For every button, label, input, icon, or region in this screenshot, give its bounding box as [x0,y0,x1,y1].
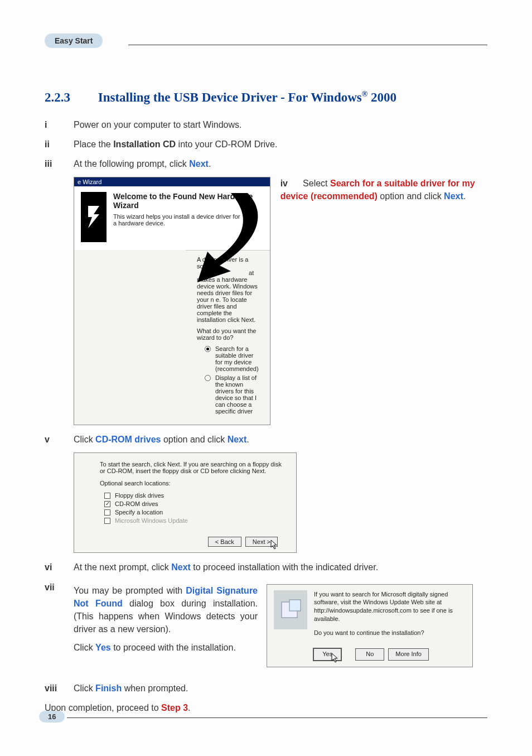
checkbox-icon [104,493,110,499]
window-titlebar: e Wizard [74,177,270,186]
section-number: 2.2.3 [45,90,95,105]
step-iv: iv Select Search for a suitable driver f… [280,177,487,425]
step-key: v [45,433,74,446]
back-button[interactable]: < Back [208,537,241,547]
more-info-button[interactable]: More Info [388,648,428,661]
step-key: ii [45,138,74,151]
no-button[interactable]: No [355,648,384,661]
header-pill-text: Easy Start [55,36,93,45]
signature-msg1: If you want to search for Microsoft digi… [314,590,466,623]
signature-msg2: Do you want to continue the installation… [314,629,466,637]
step-v: v Click CD-ROM drives option and click N… [45,433,487,446]
page-number: 16 [39,711,65,723]
checkbox-icon [104,501,110,507]
step-key: i [45,118,74,131]
wizard-search-locations: To start the search, click Next. If you … [74,452,297,553]
radio-dot-icon [205,346,211,352]
wizard2-paragraph: A device driver is a software at makes a… [197,256,259,323]
header-pill: Easy Start [45,33,103,48]
wizard3-label: Optional search locations: [100,480,287,487]
footer-rule [67,718,487,718]
checkbox-icon [104,509,110,516]
step-vii-text: You may be prompted with Digital Signatu… [74,584,258,667]
checkbox-icon [104,518,110,524]
step-body: Place the Installation CD into your CD-R… [74,138,487,151]
step-key: iii [45,157,74,170]
step-vi: vi At the next prompt, click Next to pro… [45,561,487,574]
step-key: vii [45,581,74,675]
cursor-icon [331,653,339,663]
radio-display-list[interactable]: Display a list of the known drivers for … [205,374,259,415]
step-viii: viii Click Finish when prompted. [45,682,487,695]
section-title-main: Installing the USB Device Driver - For W… [98,90,362,104]
checkbox-cdrom[interactable]: CD-ROM drives [104,500,287,507]
wizard-step2-panel: A device driver is a software at makes a… [186,250,270,425]
step-body: Click Finish when prompted. [74,682,487,695]
radio-search-suitable[interactable]: Search for a suitable driver for my devi… [205,345,259,372]
wizard2-question: What do you want the wizard to do? [197,328,259,341]
digital-signature-dialog: If you want to search for Microsoft digi… [267,584,473,667]
step-body: At the following prompt, click Next. [74,157,487,170]
step-i: i Power on your computer to start Window… [45,118,487,131]
wizard3-para: To start the search, click Next. If you … [100,461,287,474]
step-key: viii [45,682,74,695]
step-body: Power on your computer to start Windows. [74,118,487,131]
step-key: iv [280,177,301,190]
wizard-found-new-hardware: e Wizard Welcome to the Found New Hardwa… [74,177,270,425]
checkbox-windows-update: Microsoft Windows Update [104,517,287,524]
step-body: At the next prompt, click Next to procee… [74,561,487,574]
step-ii: ii Place the Installation CD into your C… [45,138,487,151]
step-iii: iii At the following prompt, click Next. [45,157,487,170]
step-vii: vii You may be prompted with Digital Sig… [45,581,487,675]
registered-mark: ® [362,90,367,98]
step-final: Upon completion, proceed to Step 3. [45,701,487,714]
wizard-hero-icon [81,192,107,242]
checkbox-specify[interactable]: Specify a location [104,509,287,516]
header-rule [128,45,487,45]
svg-rect-1 [289,600,301,611]
section-heading: 2.2.3 Installing the USB Device Driver -… [45,90,487,105]
checkbox-floppy[interactable]: Floppy disk drives [104,492,287,499]
signature-warning-icon [274,590,307,629]
step-key: vi [45,561,74,574]
wizard-desc: This wizard helps you install a device d… [113,213,241,227]
step-body: Click CD-ROM drives option and click Nex… [74,433,487,446]
radio-dot-icon [205,375,211,381]
section-title-suffix: 2000 [367,90,396,104]
cursor-icon [270,540,278,550]
wizard-heading: Welcome to the Found New Hardware Wizard [113,192,263,210]
